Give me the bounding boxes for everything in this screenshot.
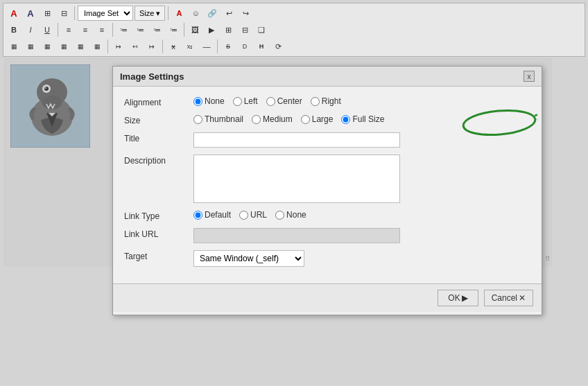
link-type-none[interactable]: None — [275, 210, 306, 220]
toolbar-btn-list-3[interactable]: ≔ — [149, 22, 164, 37]
link-type-default[interactable]: Default — [193, 210, 231, 220]
toolbar-btn-table[interactable]: ⊞ — [220, 22, 236, 37]
toolbar-btn-smiley[interactable]: ☺ — [188, 6, 203, 21]
alignment-right[interactable]: Right — [311, 96, 341, 106]
editor-container: A A ⊞ ⊟ Image Settings Size ▾ A ☺ 🔗 ↩ ↪ … — [0, 0, 588, 386]
toolbar-row-1: A A ⊞ ⊟ Image Settings Size ▾ A ☺ 🔗 ↩ ↪ — [6, 6, 582, 21]
size-fullsize[interactable]: Full Size — [341, 114, 384, 124]
description-field — [193, 155, 530, 203]
dialog-close-button[interactable]: x — [524, 71, 535, 82]
toolbar-separator-6 — [107, 40, 108, 53]
toolbar-btn-align-left[interactable]: ≡ — [61, 22, 76, 37]
toolbar-btn-r3-2[interactable]: ▦ — [23, 39, 38, 54]
toolbar-btn-underline[interactable]: U — [40, 22, 55, 37]
toolbar-separator-7 — [162, 40, 163, 53]
size-medium[interactable]: Medium — [252, 114, 293, 124]
dialog-title: Image Settings — [120, 71, 184, 82]
toolbar-btn-align-center[interactable]: ≡ — [78, 22, 93, 37]
toolbar-btn-r3-4[interactable]: ▦ — [56, 39, 71, 54]
content-area: Image Settings x Alignment None Lef — [4, 58, 552, 266]
cancel-button[interactable]: Cancel ✕ — [484, 290, 533, 306]
toolbar-btn-a1[interactable]: A — [6, 6, 21, 21]
size-thumbnail[interactable]: Thumbnail — [193, 114, 243, 124]
link-type-url[interactable]: URL — [239, 210, 267, 220]
toolbar-btn-outdent[interactable]: ↤ — [128, 39, 143, 54]
link-type-label: Link Type — [124, 210, 193, 221]
toolbar-btn-list-1[interactable]: ≔ — [116, 22, 131, 37]
svg-marker-8 — [537, 119, 537, 123]
alignment-field: None Left Center Right — [193, 96, 530, 106]
toolbar-btn-indent[interactable]: ↦ — [111, 39, 126, 54]
link-url-label: Link URL — [124, 228, 193, 239]
toolbar-btn-font-color[interactable]: A — [171, 6, 187, 21]
toolbar-btn-list-4[interactable]: ≔ — [166, 22, 181, 37]
toolbar-btn-refresh[interactable]: ⟳ — [270, 39, 286, 54]
size-button[interactable]: Size ▾ — [135, 6, 165, 21]
alignment-label: Alignment — [124, 96, 193, 107]
toolbar-btn-special[interactable]: ⊟ — [237, 22, 252, 37]
size-label: Size — [124, 114, 193, 125]
title-label: Title — [124, 132, 193, 143]
toolbar-btn-list-2[interactable]: ≔ — [132, 22, 148, 37]
image-settings-dialog: Image Settings x Alignment None Lef — [112, 66, 542, 315]
dialog-body: Alignment None Left Center — [113, 87, 542, 283]
target-row: Target Same Window (_self) _blank _paren… — [124, 250, 530, 267]
toolbar-row-2: B I U ≡ ≡ ≡ ≔ ≔ ≔ ≔ 🖼 ▶ ⊞ ⊟ ❑ — [6, 22, 582, 37]
dialog-overlay: Image Settings x Alignment None Lef — [5, 59, 551, 265]
toolbar-btn-r3-1[interactable]: ▦ — [6, 39, 21, 54]
title-field — [193, 132, 530, 148]
toolbar-separator-1 — [74, 6, 75, 20]
alignment-none[interactable]: None — [193, 96, 225, 106]
toolbar-btn-h[interactable]: H — [254, 39, 269, 54]
toolbar-btn-r3-3[interactable]: ▦ — [40, 39, 55, 54]
link-type-field: Default URL None — [193, 210, 530, 220]
toolbar-btn-link[interactable]: 🔗 — [205, 6, 220, 21]
toolbar-btn-more[interactable]: ❑ — [254, 22, 269, 37]
size-row: Size Thumbnail Medium Large — [124, 114, 530, 125]
cancel-label: Cancel — [492, 293, 517, 303]
ok-label: OK — [448, 293, 460, 303]
toolbar-btn-redo[interactable]: ↪ — [238, 6, 253, 21]
toolbar-btn-r3-6[interactable]: ▦ — [89, 39, 105, 54]
toolbar-btn-grid1[interactable]: ⊞ — [40, 6, 55, 21]
size-field: Thumbnail Medium Large Full Size — [193, 114, 530, 124]
alignment-center[interactable]: Center — [266, 96, 302, 106]
dialog-header: Image Settings x — [113, 67, 542, 87]
toolbar-btn-undo[interactable]: ↩ — [221, 6, 236, 21]
toolbar-btn-d[interactable]: D — [237, 39, 252, 54]
link-url-row: Link URL — [124, 228, 530, 243]
toolbar-btn-r3-5[interactable]: ▦ — [73, 39, 88, 54]
link-url-field — [193, 228, 530, 243]
toolbar-btn-italic[interactable]: I — [23, 22, 38, 37]
toolbar-btn-rule[interactable]: — — [199, 39, 214, 54]
alignment-left[interactable]: Left — [233, 96, 258, 106]
toolbar-btn-strike[interactable]: x — [166, 39, 181, 54]
toolbar-separator-3 — [58, 23, 58, 37]
toolbar-btn-bold[interactable]: B — [6, 22, 21, 37]
size-large[interactable]: Large — [301, 114, 334, 124]
title-input[interactable] — [193, 132, 400, 148]
resize-handle[interactable]: ⠿ — [540, 254, 550, 264]
toolbar-btn-a2[interactable]: A — [23, 6, 38, 21]
ok-button[interactable]: OK ▶ — [438, 290, 478, 306]
toolbar-btn-grid2[interactable]: ⊟ — [56, 6, 71, 21]
target-field: Same Window (_self) _blank _parent _top — [193, 250, 530, 267]
toolbar-btn-indent2[interactable]: ↦ — [144, 39, 159, 54]
toolbar-btn-strikethrough[interactable]: S — [220, 39, 236, 54]
target-select[interactable]: Same Window (_self) _blank _parent _top — [193, 250, 304, 267]
description-textarea[interactable] — [193, 155, 400, 203]
toolbar-btn-image[interactable]: 🖼 — [187, 22, 202, 37]
toolbar-row-3: ▦ ▦ ▦ ▦ ▦ ▦ ↦ ↤ ↦ x x₂ — S D H ⟳ — [6, 39, 582, 54]
toolbar-btn-subscript[interactable]: x₂ — [182, 39, 198, 54]
toolbar-separator-4 — [112, 23, 113, 37]
link-url-input-disabled — [193, 228, 400, 243]
link-type-row: Link Type Default URL None — [124, 210, 530, 221]
toolbar-btn-align-right[interactable]: ≡ — [94, 22, 110, 37]
dialog-footer: OK ▶ Cancel ✕ — [113, 283, 542, 312]
description-row: Description — [124, 155, 530, 203]
toolbar-btn-media[interactable]: ▶ — [204, 22, 219, 37]
toolbar: A A ⊞ ⊟ Image Settings Size ▾ A ☺ 🔗 ↩ ↪ … — [3, 3, 585, 57]
toolbar-separator-8 — [217, 40, 218, 53]
description-label: Description — [124, 155, 193, 166]
font-select[interactable]: Image Settings — [78, 6, 133, 21]
